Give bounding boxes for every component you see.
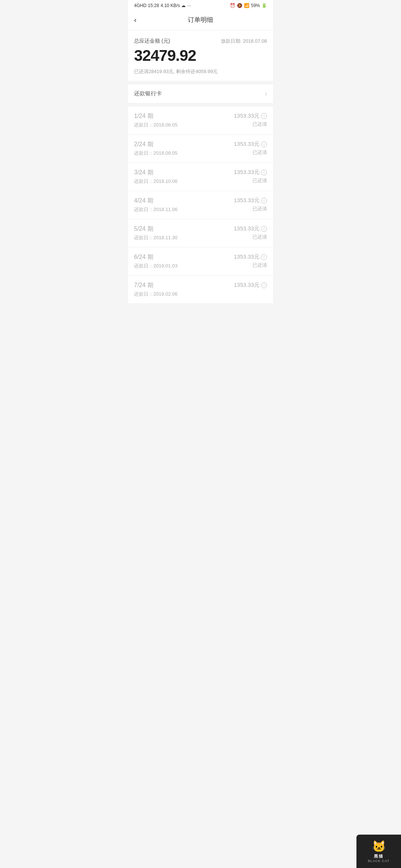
bank-card-row[interactable]: 还款银行卡 › [128,84,273,103]
installment-item: 7/24 期 还款日：2019.02.06 1353.33元 i [128,276,273,304]
installment-status-3: 已还清 [234,206,267,212]
installment-right-1: 1353.33元 i 已还清 [234,141,267,156]
mute-icon: 🔕 [237,3,242,8]
time-label: 15:28 [148,3,159,8]
info-icon-0[interactable]: i [261,113,267,119]
info-icon-4[interactable]: i [261,226,267,232]
installment-status-2: 已还清 [234,177,267,184]
installment-amount-2: 1353.33元 i [234,169,267,176]
amount-value-2: 1353.33元 [234,169,260,176]
installment-left-6: 7/24 期 还款日：2019.02.06 [134,282,234,297]
info-icon-3[interactable]: i [261,198,267,204]
more-icon: ··· [187,3,191,8]
installment-amount-4: 1353.33元 i [234,225,267,232]
installment-item: 3/24 期 还款日：2018.10.06 1353.33元 i 已还清 [128,163,273,191]
installment-left-4: 5/24 期 还款日：2018.11.30 [134,225,234,241]
installment-date-2: 还款日：2018.10.06 [134,178,234,185]
amount-value-3: 1353.33元 [234,197,260,204]
installment-status-0: 已还清 [234,121,267,128]
info-icon-6[interactable]: i [261,282,267,288]
installment-date-4: 还款日：2018.11.30 [134,234,234,241]
info-icon-1[interactable]: i [261,141,267,147]
installment-amount-1: 1353.33元 i [234,141,267,148]
installment-item: 1/24 期 还款日：2018.08.05 1353.33元 i 已还清 [128,106,273,135]
status-bar: 4GHD 15:28 4.10 KB/s ☁ ··· ⏰ 🔕 📶 59% 🔋 [128,0,273,10]
installment-period-0: 1/24 期 [134,112,234,120]
chevron-right-icon: › [265,91,267,97]
installment-amount-6: 1353.33元 i [234,282,267,289]
data-speed-label: 4.10 KB/s [160,3,180,8]
wifi-icon: 📶 [244,3,250,8]
installment-status-5: 已还清 [234,262,267,269]
installment-left-2: 3/24 期 还款日：2018.10.06 [134,169,234,185]
installment-date-1: 还款日：2018.09.05 [134,150,234,157]
installment-date-5: 还款日：2019.01.03 [134,263,234,269]
installment-period-2: 3/24 期 [134,169,234,177]
cloud-icon: ☁ [181,3,186,8]
installment-left-1: 2/24 期 还款日：2018.09.05 [134,141,234,157]
battery-icon: 🔋 [261,3,267,8]
installment-left-3: 4/24 期 还款日：2018.11.06 [134,197,234,213]
battery-label: 59% [251,3,260,8]
installment-date-6: 还款日：2019.02.06 [134,291,234,297]
installment-right-4: 1353.33元 i 已还清 [234,225,267,240]
status-right: ⏰ 🔕 📶 59% 🔋 [230,3,267,8]
installment-date-0: 还款日：2018.08.05 [134,122,234,128]
installment-period-6: 7/24 期 [134,282,234,289]
installment-right-2: 1353.33元 i 已还清 [234,169,267,184]
amount-value-5: 1353.33元 [234,253,260,260]
loan-date-label: 放款日期: 2018.07.08 [221,38,267,45]
summary-top-row: 总应还金额 (元) 放款日期: 2018.07.08 [134,38,267,45]
total-amount-label: 总应还金额 (元) [134,38,170,45]
installment-period-1: 2/24 期 [134,141,234,148]
installment-status-4: 已还清 [234,234,267,240]
installment-amount-5: 1353.33元 i [234,253,267,260]
installment-amount-3: 1353.33元 i [234,197,267,204]
info-icon-2[interactable]: i [261,170,267,175]
installment-item: 5/24 期 还款日：2018.11.30 1353.33元 i 已还清 [128,219,273,247]
status-left: 4GHD 15:28 4.10 KB/s ☁ ··· [134,3,191,8]
signal-label: 4GHD [134,3,146,8]
installment-period-4: 5/24 期 [134,225,234,233]
installment-item: 6/24 期 还款日：2019.01.03 1353.33元 i 已还清 [128,247,273,276]
info-icon-5[interactable]: i [261,254,267,260]
summary-detail-text: 已还清28419.93元, 剩余待还4059.99元 [134,68,267,75]
installment-date-3: 还款日：2018.11.06 [134,206,234,213]
page-header: ‹ 订单明细 [128,10,273,30]
bank-card-label: 还款银行卡 [134,90,162,97]
installment-left-0: 1/24 期 还款日：2018.08.05 [134,112,234,128]
alarm-icon: ⏰ [230,3,235,8]
amount-value-1: 1353.33元 [234,141,260,148]
installment-right-3: 1353.33元 i 已还清 [234,197,267,212]
summary-section: 总应还金额 (元) 放款日期: 2018.07.08 32479.92 已还清2… [128,30,273,81]
amount-value-6: 1353.33元 [234,282,260,289]
installment-right-6: 1353.33元 i [234,282,267,290]
installment-right-0: 1353.33元 i 已还清 [234,112,267,128]
installment-right-5: 1353.33元 i 已还清 [234,253,267,269]
installment-item: 4/24 期 还款日：2018.11.06 1353.33元 i 已还清 [128,191,273,219]
installment-amount-0: 1353.33元 i [234,112,267,119]
back-button[interactable]: ‹ [134,14,140,26]
installment-period-5: 6/24 期 [134,253,234,261]
installment-status-1: 已还清 [234,149,267,156]
total-amount-value: 32479.92 [134,47,267,65]
installment-item: 2/24 期 还款日：2018.09.05 1353.33元 i 已还清 [128,135,273,163]
installments-list: 1/24 期 还款日：2018.08.05 1353.33元 i 已还清 2/2… [128,106,273,304]
amount-value-4: 1353.33元 [234,225,260,232]
installment-period-3: 4/24 期 [134,197,234,205]
installment-left-5: 6/24 期 还款日：2019.01.03 [134,253,234,269]
page-title: 订单明细 [188,16,213,24]
amount-value-0: 1353.33元 [234,112,260,119]
